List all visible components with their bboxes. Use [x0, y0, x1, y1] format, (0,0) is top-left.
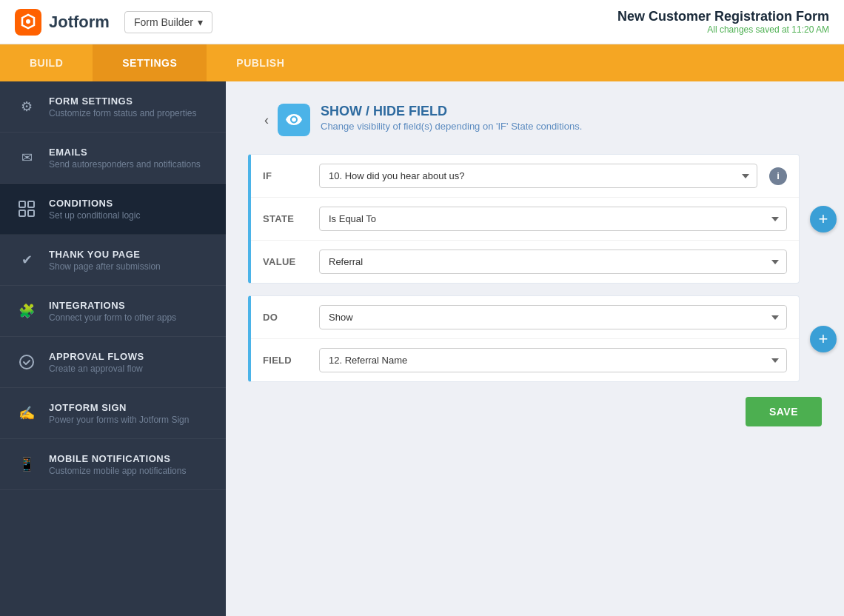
- state-label: STATE: [263, 213, 307, 224]
- sidebar-text-jotform-sign: JOTFORM SIGN Power your forms with Jotfo…: [49, 402, 189, 425]
- sidebar-text-approval-flows: APPROVAL FLOWS Create an approval flow: [49, 351, 144, 374]
- sidebar-subtitle-jotform-sign: Power your forms with Jotform Sign: [49, 415, 189, 425]
- sidebar-subtitle-conditions: Set up conditional logic: [49, 210, 140, 221]
- logo-text: Jotform: [49, 13, 110, 32]
- sign-icon: ✍: [15, 401, 38, 425]
- state-dropdown[interactable]: Is Equal To Is Not Equal To Contains: [319, 207, 787, 231]
- sidebar-title-jotform-sign: JOTFORM SIGN: [49, 402, 189, 413]
- sidebar-text-thank-you: THANK YOU PAGE Show page after submissio…: [49, 249, 161, 272]
- sidebar-title-conditions: CONDITIONS: [49, 198, 140, 209]
- svg-point-6: [20, 355, 33, 369]
- sidebar-subtitle-emails: Send autoresponders and notifications: [49, 159, 201, 170]
- gear-icon: ⚙: [15, 95, 38, 118]
- value-label: VALUE: [263, 256, 307, 267]
- email-icon: ✉: [15, 146, 38, 170]
- sidebar-item-form-settings[interactable]: ⚙ FORM SETTINGS Customize form status an…: [0, 81, 226, 133]
- sidebar-text-form-settings: FORM SETTINGS Customize form status and …: [49, 96, 196, 118]
- form-title-area: New Customer Registration Form All chang…: [617, 9, 829, 35]
- save-button[interactable]: SAVE: [746, 397, 822, 426]
- sidebar-text-integrations: INTEGRATIONS Connect your form to other …: [49, 300, 176, 323]
- do-dropdown[interactable]: Show Hide Enable Disable: [319, 305, 787, 329]
- tab-build[interactable]: BUILD: [0, 44, 93, 81]
- svg-rect-4: [19, 210, 25, 216]
- sidebar-item-thank-you[interactable]: ✔ THANK YOU PAGE Show page after submiss…: [0, 235, 226, 286]
- sidebar-subtitle-form-settings: Customize form status and properties: [49, 108, 196, 118]
- saved-status: All changes saved at 11:20 AM: [617, 24, 829, 35]
- jotform-logo-icon: [15, 9, 41, 36]
- field-dropdown[interactable]: 12. Referral Name 1. Full Name 2. Email: [319, 348, 787, 372]
- sidebar-item-emails[interactable]: ✉ EMAILS Send autoresponders and notific…: [0, 133, 226, 184]
- header-text: SHOW / HIDE FIELD Change visibility of f…: [321, 104, 582, 132]
- sidebar-title-integrations: INTEGRATIONS: [49, 300, 176, 311]
- sidebar-item-approval-flows[interactable]: APPROVAL FLOWS Create an approval flow: [0, 337, 226, 388]
- top-nav: Jotform Form Builder ▾ New Customer Regi…: [0, 0, 844, 44]
- content-area: ‹ SHOW / HIDE FIELD Change visibility of…: [226, 81, 844, 616]
- content-subtitle: Change visibility of field(s) depending …: [321, 121, 582, 132]
- sidebar-item-mobile-notifications[interactable]: 📱 MOBILE NOTIFICATIONS Customize mobile …: [0, 439, 226, 490]
- tab-settings[interactable]: SETTINGS: [93, 44, 207, 81]
- sidebar-subtitle-integrations: Connect your form to other apps: [49, 312, 176, 323]
- state-row: STATE Is Equal To Is Not Equal To Contai…: [251, 198, 799, 241]
- sidebar-title-emails: EMAILS: [49, 147, 201, 158]
- do-add-button[interactable]: +: [810, 326, 837, 352]
- main-layout: ⚙ FORM SETTINGS Customize form status an…: [0, 81, 844, 616]
- svg-rect-3: [28, 201, 34, 207]
- sidebar-text-emails: EMAILS Send autoresponders and notificat…: [49, 147, 201, 170]
- if-condition-card: IF 10. How did you hear about us? 1. Ful…: [248, 154, 800, 284]
- sidebar-title-approval-flows: APPROVAL FLOWS: [49, 351, 144, 362]
- info-icon[interactable]: i: [769, 167, 787, 185]
- sidebar-item-conditions[interactable]: CONDITIONS Set up conditional logic: [0, 184, 226, 235]
- mobile-icon: 📱: [15, 452, 38, 476]
- eye-icon: [278, 104, 310, 136]
- if-label: IF: [263, 170, 307, 181]
- form-builder-label: Form Builder: [134, 16, 193, 28]
- checkmark-icon: ✔: [15, 248, 38, 272]
- sidebar: ⚙ FORM SETTINGS Customize form status an…: [0, 81, 226, 616]
- value-row: VALUE Referral Social Media Search Engin…: [251, 241, 799, 283]
- if-row: IF 10. How did you hear about us? 1. Ful…: [251, 155, 799, 198]
- field-row: FIELD 12. Referral Name 1. Full Name 2. …: [251, 339, 799, 381]
- form-builder-button[interactable]: Form Builder ▾: [124, 11, 212, 33]
- tab-publish[interactable]: PUBLISH: [207, 44, 314, 81]
- content-header: ‹ SHOW / HIDE FIELD Change visibility of…: [248, 104, 822, 136]
- chevron-down-icon: ▾: [198, 16, 203, 28]
- value-dropdown[interactable]: Referral Social Media Search Engine: [319, 250, 787, 274]
- field-label: FIELD: [263, 355, 307, 366]
- do-condition-card: DO Show Hide Enable Disable FIELD 12. Re…: [248, 295, 800, 382]
- sidebar-title-thank-you: THANK YOU PAGE: [49, 249, 161, 260]
- sidebar-subtitle-thank-you: Show page after submission: [49, 261, 161, 272]
- svg-rect-5: [28, 210, 34, 216]
- svg-rect-2: [19, 201, 25, 207]
- content-title: SHOW / HIDE FIELD: [321, 104, 582, 119]
- sidebar-title-form-settings: FORM SETTINGS: [49, 96, 196, 107]
- sidebar-text-mobile-notifications: MOBILE NOTIFICATIONS Customize mobile ap…: [49, 453, 186, 476]
- sidebar-subtitle-approval-flows: Create an approval flow: [49, 364, 144, 374]
- if-add-button[interactable]: +: [810, 206, 837, 232]
- if-card-wrapper: IF 10. How did you hear about us? 1. Ful…: [248, 154, 822, 284]
- tab-bar: BUILD SETTINGS PUBLISH: [0, 44, 844, 81]
- sidebar-subtitle-mobile-notifications: Customize mobile app notifications: [49, 466, 186, 476]
- do-row: DO Show Hide Enable Disable: [251, 296, 799, 339]
- logo-area: Jotform: [15, 9, 110, 36]
- puzzle-icon: 🧩: [15, 299, 38, 323]
- conditions-icon: [15, 197, 38, 221]
- sidebar-title-mobile-notifications: MOBILE NOTIFICATIONS: [49, 453, 186, 464]
- do-card-wrapper: DO Show Hide Enable Disable FIELD 12. Re…: [248, 295, 822, 382]
- sidebar-item-integrations[interactable]: 🧩 INTEGRATIONS Connect your form to othe…: [0, 286, 226, 337]
- if-field-dropdown[interactable]: 10. How did you hear about us? 1. Full N…: [319, 164, 757, 188]
- form-title: New Customer Registration Form: [617, 9, 829, 24]
- sidebar-text-conditions: CONDITIONS Set up conditional logic: [49, 198, 140, 221]
- do-label: DO: [263, 312, 307, 323]
- back-button[interactable]: ‹: [255, 109, 278, 131]
- sidebar-item-jotform-sign[interactable]: ✍ JOTFORM SIGN Power your forms with Jot…: [0, 388, 226, 439]
- svg-point-1: [26, 19, 30, 24]
- approval-icon: [15, 350, 38, 374]
